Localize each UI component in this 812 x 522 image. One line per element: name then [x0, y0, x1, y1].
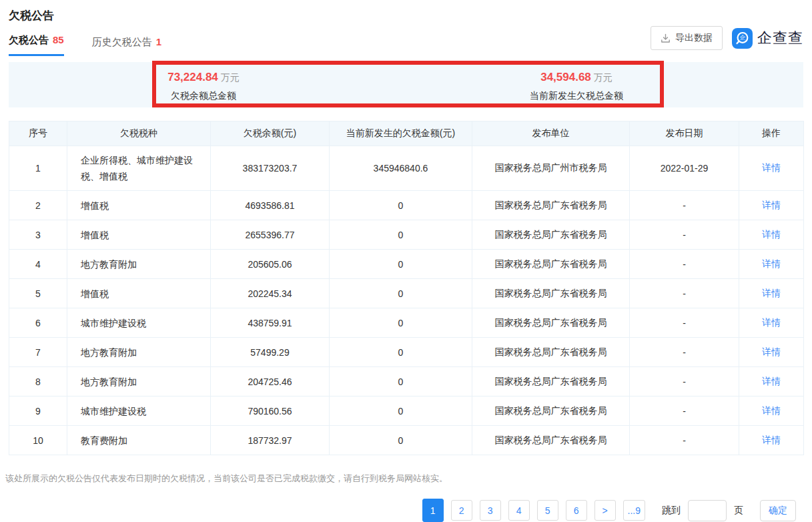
page-button-2[interactable]: 2 — [451, 500, 472, 521]
cell-tax-type: 地方教育附加 — [67, 367, 211, 397]
cell-date: - — [630, 191, 739, 220]
cell-balance: 57499.29 — [211, 338, 330, 367]
cell-balance: 187732.97 — [211, 426, 330, 455]
cell-index: 3 — [9, 220, 67, 250]
tab-label: 欠税公告 — [9, 34, 49, 47]
detail-link[interactable]: 详情 — [762, 229, 781, 240]
cell-index: 4 — [9, 250, 67, 279]
download-icon — [661, 33, 671, 43]
detail-link[interactable]: 详情 — [762, 258, 781, 269]
cell-tax-type: 企业所得税、城市维护建设税、增值税 — [67, 146, 211, 191]
header-actions: 导出数据 企 企查查 — [651, 26, 803, 50]
cell-balance: 790160.56 — [211, 397, 330, 426]
column-header-date: 发布日期 — [630, 121, 739, 146]
page-button-6[interactable]: 6 — [566, 500, 587, 521]
cell-index: 9 — [9, 397, 67, 426]
export-data-button[interactable]: 导出数据 — [651, 26, 723, 50]
confirm-button[interactable]: 确定 — [760, 500, 796, 521]
detail-link[interactable]: 详情 — [762, 405, 781, 416]
detail-link[interactable]: 详情 — [762, 376, 781, 386]
cell-balance: 202245.34 — [211, 279, 330, 308]
cell-index: 10 — [9, 426, 67, 455]
detail-link[interactable]: 详情 — [762, 162, 781, 173]
cell-balance: 205605.06 — [211, 250, 330, 279]
page-button-4[interactable]: 4 — [508, 500, 530, 521]
cell-index: 2 — [9, 191, 67, 220]
stat-new-arrears-total: 34,594.68万元 当前新发生欠税总金额 — [530, 71, 623, 102]
detail-link[interactable]: 详情 — [762, 288, 781, 298]
cell-date: - — [630, 367, 739, 397]
cell-issuer: 国家税务总局广东省税务局 — [472, 279, 630, 308]
cell-date: - — [630, 338, 739, 367]
summary-bar: 73,224.84万元 欠税余额总金额 34,594.68万元 当前新发生欠税总… — [9, 62, 803, 107]
page-button-1[interactable]: 1 — [422, 499, 444, 522]
cell-issuer: 国家税务总局广东省税务局 — [472, 191, 630, 220]
cell-tax-type: 增值税 — [67, 279, 211, 308]
cell-issuer: 国家税务总局广东省税务局 — [472, 250, 630, 279]
cell-new-amount: 0 — [330, 250, 472, 279]
cell-tax-type: 增值税 — [67, 220, 211, 250]
cell-balance: 204725.46 — [211, 367, 330, 397]
table-row: 4 地方教育附加 205605.06 0 国家税务总局广东省税务局 - 详情 — [9, 250, 804, 279]
column-header-index: 序号 — [9, 121, 67, 146]
table-row: 6 城市维护建设税 438759.91 0 国家税务总局广东省税务局 - 详情 — [9, 308, 804, 338]
column-header-balance: 欠税余额(元) — [211, 121, 330, 146]
column-header-issuer: 发布单位 — [472, 121, 630, 146]
table-row: 7 地方教育附加 57499.29 0 国家税务总局广东省税务局 - 详情 — [9, 338, 804, 367]
page-button-3[interactable]: 3 — [480, 500, 501, 521]
cell-balance: 438759.91 — [211, 308, 330, 338]
cell-date: - — [630, 308, 739, 338]
cell-new-amount: 0 — [330, 191, 472, 220]
cell-index: 6 — [9, 308, 67, 338]
stat-total-arrears-balance: 73,224.84万元 欠税余额总金额 — [167, 71, 240, 102]
table-row: 8 地方教育附加 204725.46 0 国家税务总局广东省税务局 - 详情 — [9, 367, 804, 397]
column-header-action: 操作 — [739, 121, 804, 146]
cell-index: 1 — [9, 146, 67, 191]
tab-historical-tax-arrears[interactable]: 历史欠税公告 1 — [92, 36, 161, 56]
page-unit-label: 页 — [734, 505, 743, 517]
jump-to-label: 跳到 — [662, 505, 681, 517]
cell-balance: 383173203.7 — [211, 146, 330, 191]
table-row: 2 增值税 4693586.81 0 国家税务总局广东省税务局 - 详情 — [9, 191, 804, 220]
cell-index: 5 — [9, 279, 67, 308]
cell-issuer: 国家税务总局广东省税务局 — [472, 308, 630, 338]
next-page-button[interactable]: > — [594, 500, 616, 521]
cell-date: 2022-01-29 — [630, 146, 739, 191]
table-row: 9 城市维护建设税 790160.56 0 国家税务总局广东省税务局 - 详情 — [9, 397, 804, 426]
cell-date: - — [630, 426, 739, 455]
column-header-tax-type: 欠税税种 — [67, 121, 211, 146]
cell-date: - — [630, 279, 739, 308]
stat-label: 当前新发生欠税总金额 — [530, 90, 623, 102]
page-button-5[interactable]: 5 — [537, 500, 558, 521]
detail-link[interactable]: 详情 — [762, 346, 781, 357]
cell-index: 8 — [9, 367, 67, 397]
table-row: 3 增值税 2655396.77 0 国家税务总局广东省税务局 - 详情 — [9, 220, 804, 250]
cell-issuer: 国家税务总局广东省税务局 — [472, 220, 630, 250]
cell-new-amount: 0 — [330, 220, 472, 250]
last-page-ellipsis-button[interactable]: ...9 — [623, 500, 645, 521]
tab-tax-arrears[interactable]: 欠税公告 85 — [9, 34, 64, 56]
cell-date: - — [630, 220, 739, 250]
cell-tax-type: 地方教育附加 — [67, 250, 211, 279]
cell-tax-type: 城市维护建设税 — [67, 308, 211, 338]
cell-new-amount: 0 — [330, 338, 472, 367]
cell-issuer: 国家税务总局广东省税务局 — [472, 338, 630, 367]
qichacha-logo-icon: 企 — [732, 28, 753, 49]
page-title: 欠税公告 — [0, 0, 812, 23]
qichacha-logo[interactable]: 企 企查查 — [732, 28, 803, 49]
table-row: 1 企业所得税、城市维护建设税、增值税 383173203.7 34594684… — [9, 146, 804, 191]
detail-link[interactable]: 详情 — [762, 317, 781, 328]
table-header-row: 序号 欠税税种 欠税余额(元) 当前新发生的欠税金额(元) 发布单位 发布日期 … — [9, 121, 804, 146]
export-data-label: 导出数据 — [675, 32, 713, 44]
tab-count-badge: 85 — [53, 34, 64, 45]
detail-link[interactable]: 详情 — [762, 200, 781, 210]
cell-tax-type: 地方教育附加 — [67, 338, 211, 367]
cell-tax-type: 城市维护建设税 — [67, 397, 211, 426]
table-row: 5 增值税 202245.34 0 国家税务总局广东省税务局 - 详情 — [9, 279, 804, 308]
cell-new-amount: 0 — [330, 367, 472, 397]
jump-page-input[interactable] — [688, 500, 727, 521]
detail-link[interactable]: 详情 — [762, 435, 781, 445]
cell-issuer: 国家税务总局广东省税务局 — [472, 426, 630, 455]
cell-issuer: 国家税务总局广东省税务局 — [472, 397, 630, 426]
cell-new-amount: 0 — [330, 308, 472, 338]
